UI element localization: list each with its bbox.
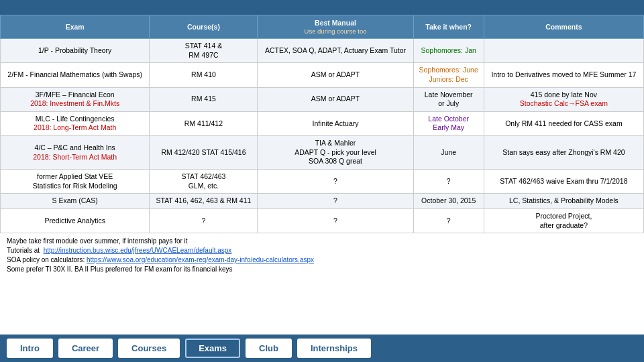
cell-exam: former Applied Stat VEEStatistics for Ri…	[1, 170, 150, 194]
cell-when: October 30, 2015	[413, 194, 484, 209]
nav-courses[interactable]: Courses	[118, 339, 180, 358]
soa-link[interactable]: https://www.soa.org/education/exam-req/e…	[87, 256, 314, 263]
cell-exam: Predictive Analytics	[1, 208, 150, 233]
col-when: Take it when?	[413, 15, 484, 39]
cell-manual: TIA & MahlerADAPT Q - pick your levelSOA…	[258, 136, 413, 170]
cell-courses: RM 412/420 STAT 415/416	[150, 136, 258, 170]
exams-table: Exam Course(s) Best ManualUse during cou…	[0, 15, 644, 233]
footnote-line3: SOA policy on calculators: https://www.s…	[7, 255, 637, 265]
nav-exams[interactable]: Exams	[185, 339, 240, 358]
cell-manual: ?	[258, 194, 413, 209]
footer-navigation: Intro Career Courses Exams Club Internsh…	[0, 335, 644, 362]
cell-manual: ACTEX, SOA Q, ADAPT, Actuary Exam Tutor	[258, 39, 413, 63]
col-manual: Best ManualUse during course too	[258, 15, 413, 39]
cell-comments: STAT 462/463 waive Exam thru 7/1/2018	[484, 170, 643, 194]
col-comments: Comments	[484, 15, 643, 39]
cell-courses: STAT 414 &RM 497C	[150, 39, 258, 63]
cell-comments: Proctored Project,after graduate?	[484, 208, 643, 233]
cell-manual: ?	[258, 208, 413, 233]
cell-manual: Infinite Actuary	[258, 111, 413, 135]
footnote-line1: Maybe take first module over summer, if …	[7, 237, 637, 246]
table-row: S Exam (CAS)STAT 416, 462, 463 & RM 411?…	[1, 194, 644, 209]
cell-courses: STAT 416, 462, 463 & RM 411	[150, 194, 258, 209]
cell-exam: MLC - Life Contingencies2018: Long-Term …	[1, 111, 150, 135]
col-exam: Exam	[1, 15, 150, 39]
main-content: Exam Course(s) Best ManualUse during cou…	[0, 15, 644, 335]
cell-exam: 4/C – P&C and Health Ins2018: Short-Term…	[1, 136, 150, 170]
cell-courses: RM 411/412	[150, 111, 258, 135]
cell-when: Sophomores: Jan	[413, 39, 484, 63]
cell-manual: ASM or ADAPT	[258, 63, 413, 87]
cell-comments	[484, 39, 643, 63]
cell-comments: Stan says easy after Zhongyi's RM 420	[484, 136, 643, 170]
tutorials-link[interactable]: http://instruction.bus.wisc.edu/jfrees/U…	[44, 247, 232, 254]
cell-comments: Only RM 411 needed for CASS exam	[484, 111, 643, 135]
cell-courses: ?	[150, 208, 258, 233]
footnote-line4: Some prefer TI 30X II. BA II Plus prefer…	[7, 265, 637, 274]
cell-when: Late Novemberor July	[413, 87, 484, 111]
cell-comments: LC, Statistics, & Probability Models	[484, 194, 643, 209]
cell-exam: 1/P - Probability Theory	[1, 39, 150, 63]
cell-when: ?	[413, 170, 484, 194]
cell-when: June	[413, 136, 484, 170]
cell-when: Sophomores: JuneJuniors: Dec	[413, 63, 484, 87]
nav-internships[interactable]: Internships	[297, 339, 371, 358]
cell-courses: RM 415	[150, 87, 258, 111]
table-row: MLC - Life Contingencies2018: Long-Term …	[1, 111, 644, 135]
table-row: 4/C – P&C and Health Ins2018: Short-Term…	[1, 136, 644, 170]
cell-manual: ?	[258, 170, 413, 194]
table-row: 3F/MFE – Financial Econ2018: Investment …	[1, 87, 644, 111]
table-row: 1/P - Probability TheorySTAT 414 &RM 497…	[1, 39, 644, 63]
col-courses: Course(s)	[150, 15, 258, 39]
nav-intro[interactable]: Intro	[7, 339, 53, 358]
page-header	[0, 0, 644, 15]
table-row: former Applied Stat VEEStatistics for Ri…	[1, 170, 644, 194]
cell-courses: RM 410	[150, 63, 258, 87]
cell-courses: STAT 462/463GLM, etc.	[150, 170, 258, 194]
cell-exam: 3F/MFE – Financial Econ2018: Investment …	[1, 87, 150, 111]
table-row: Predictive Analytics???Proctored Project…	[1, 208, 644, 233]
cell-manual: ASM or ADAPT	[258, 87, 413, 111]
table-header-row: Exam Course(s) Best ManualUse during cou…	[1, 15, 644, 39]
cell-comments: Intro to Derivatives moved to MFE Summer…	[484, 63, 643, 87]
footnote-line2: Tutorials at http://instruction.bus.wisc…	[7, 246, 637, 255]
nav-career[interactable]: Career	[58, 339, 113, 358]
cell-when: Late OctoberEarly May	[413, 111, 484, 135]
nav-club[interactable]: Club	[246, 339, 292, 358]
cell-exam: S Exam (CAS)	[1, 194, 150, 209]
footnote-section: Maybe take first module over summer, if …	[0, 233, 644, 277]
cell-exam: 2/FM - Financial Mathematics (with Swaps…	[1, 63, 150, 87]
cell-comments: 415 done by late NovStochastic Calc→FSA …	[484, 87, 643, 111]
table-row: 2/FM - Financial Mathematics (with Swaps…	[1, 63, 644, 87]
cell-when: ?	[413, 208, 484, 233]
